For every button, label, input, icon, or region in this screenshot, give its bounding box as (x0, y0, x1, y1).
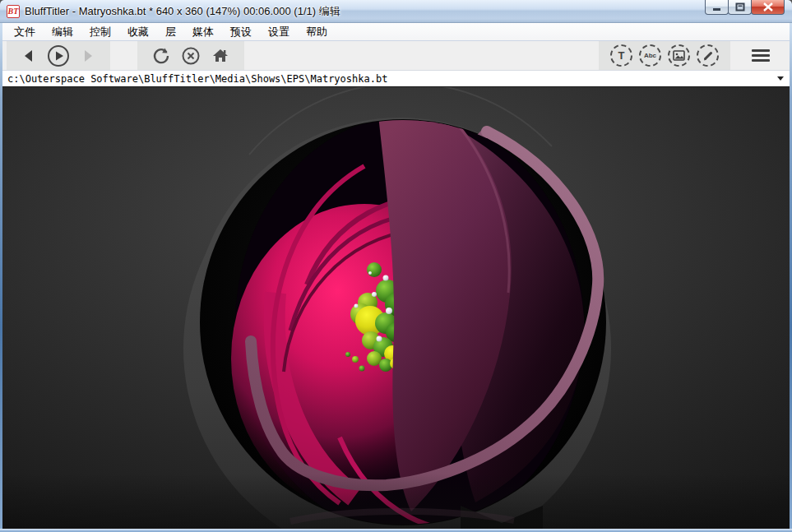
picture-icon (673, 50, 685, 61)
matryoshka-render (2, 87, 790, 529)
menu-presets[interactable]: 预设 (222, 23, 260, 41)
pen-icon (702, 49, 715, 62)
back-button[interactable] (16, 44, 41, 68)
paragraph-layer-button[interactable]: Abc (639, 44, 661, 67)
menu-control[interactable]: 控制 (81, 23, 119, 41)
forward-button[interactable] (76, 44, 100, 68)
menu-layer[interactable]: 层 (157, 23, 184, 41)
restore-icon (735, 2, 745, 12)
text-layer-label: T (618, 49, 625, 62)
play-button[interactable] (46, 44, 71, 68)
cancel-button[interactable] (178, 44, 203, 68)
text-layer-button[interactable]: T (610, 44, 632, 67)
window-bottom-border (0, 529, 792, 532)
nav-button-group (7, 41, 110, 70)
action-button-group (137, 41, 244, 70)
menu-edit[interactable]: 编辑 (44, 23, 81, 41)
app-window: BT BluffTitler - Matryoshka.bt * 640 x 3… (0, 0, 792, 532)
window-controls (706, 0, 785, 15)
paragraph-layer-label: Abc (644, 52, 656, 59)
address-bar: c:\Outerspace Software\BluffTitler\Media… (2, 71, 790, 87)
cancel-icon (181, 46, 201, 66)
pen-layer-button[interactable] (697, 44, 719, 67)
window-title: BluffTitler - Matryoshka.bt * 640 x 360 … (25, 4, 340, 19)
menu-file[interactable]: 文件 (6, 23, 44, 41)
menu-media[interactable]: 媒体 (184, 23, 222, 41)
forward-arrow-icon (79, 47, 97, 65)
menu-favorites[interactable]: 收藏 (119, 23, 157, 41)
menu-settings[interactable]: 设置 (260, 23, 298, 41)
layer-button-group: T Abc (599, 41, 730, 70)
home-button[interactable] (208, 44, 233, 68)
minimize-button[interactable] (705, 0, 729, 15)
address-dropdown-button[interactable] (771, 71, 790, 86)
show-path-input[interactable]: c:\Outerspace Software\BluffTitler\Media… (2, 73, 771, 85)
render-viewport[interactable] (2, 87, 790, 529)
refresh-icon (151, 46, 171, 66)
app-icon: BT (7, 5, 20, 18)
toolbar: T Abc (2, 41, 790, 71)
play-icon (47, 44, 70, 67)
refresh-button[interactable] (149, 44, 174, 68)
back-arrow-icon (20, 47, 38, 65)
home-icon (211, 46, 230, 66)
menu-toggle-button[interactable] (750, 45, 771, 67)
restore-button[interactable] (728, 0, 752, 15)
picture-layer-button[interactable] (668, 44, 690, 67)
minimize-icon (712, 3, 722, 12)
title-bar[interactable]: BT BluffTitler - Matryoshka.bt * 640 x 3… (0, 0, 792, 23)
close-icon (763, 2, 773, 12)
menu-help[interactable]: 帮助 (298, 23, 336, 41)
close-button[interactable] (751, 0, 785, 15)
menu-bar: 文件 编辑 控制 收藏 层 媒体 预设 设置 帮助 (2, 23, 790, 41)
hamburger-icon (752, 49, 770, 52)
